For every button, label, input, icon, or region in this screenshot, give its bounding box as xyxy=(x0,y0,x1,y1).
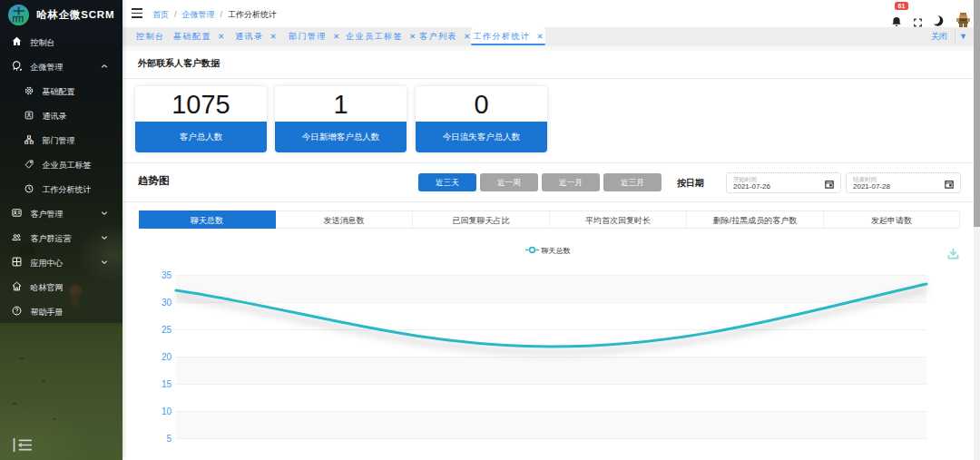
svg-text:15: 15 xyxy=(162,379,172,389)
svg-text:25: 25 xyxy=(162,325,172,335)
svg-text:10: 10 xyxy=(162,406,172,416)
svg-text:5: 5 xyxy=(166,434,172,444)
svg-text:20: 20 xyxy=(162,352,172,362)
svg-text:35: 35 xyxy=(162,270,172,280)
svg-text:30: 30 xyxy=(162,298,172,308)
